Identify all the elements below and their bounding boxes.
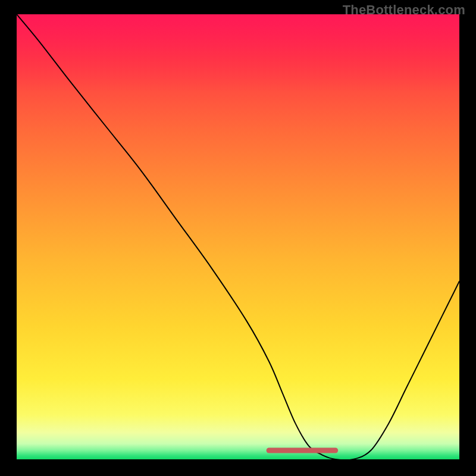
plot-area	[17, 14, 459, 459]
bottleneck-curve	[17, 14, 459, 459]
chart-frame: TheBottleneck.com	[0, 0, 476, 476]
watermark-text: TheBottleneck.com	[343, 2, 465, 18]
curve-svg	[17, 14, 459, 459]
